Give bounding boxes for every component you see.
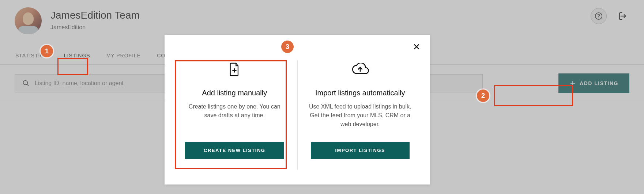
auto-title: Import listings automatically	[315, 89, 405, 97]
annotation-badge-3: 3	[281, 41, 294, 53]
annotation-badge-1: 1	[41, 45, 53, 57]
close-icon	[413, 43, 421, 51]
create-new-listing-button[interactable]: CREATE NEW LISTING	[185, 142, 284, 159]
manual-title: Add listing manually	[202, 89, 267, 97]
close-modal-button[interactable]	[413, 43, 421, 52]
auto-desc: Use XML feed to upload listings in bulk.…	[309, 102, 411, 129]
add-file-icon	[228, 62, 241, 77]
manual-desc: Create listings one by one. You can save…	[183, 102, 286, 120]
modal-manual-column: Add listing manually Create listings one…	[172, 60, 298, 170]
cloud-upload-icon	[351, 63, 370, 76]
modal-auto-column: Import listings automatically Use XML fe…	[298, 60, 423, 170]
annotation-badge-2: 2	[477, 90, 489, 102]
import-listings-button[interactable]: IMPORT LISTINGS	[311, 142, 410, 159]
add-listing-modal: Add listing manually Create listings one…	[165, 35, 430, 185]
